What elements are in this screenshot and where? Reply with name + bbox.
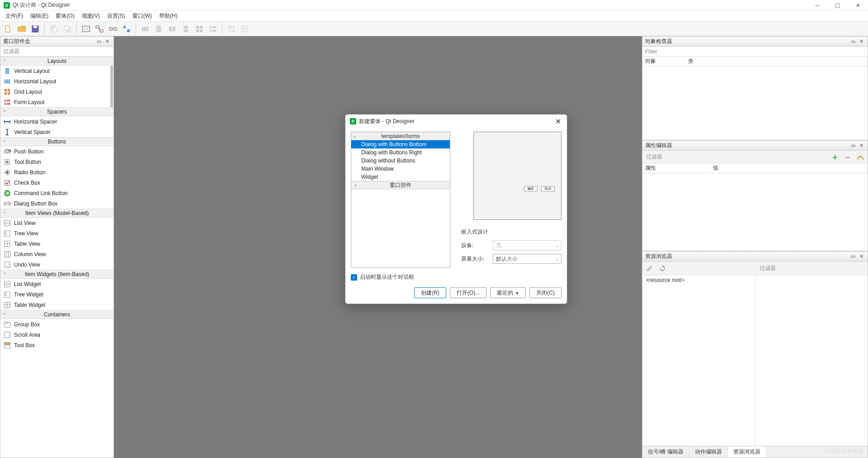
widget-item[interactable]: Tool Button: [0, 157, 113, 167]
layout-vertical-icon[interactable]: [152, 23, 165, 35]
menu-help[interactable]: 帮助(H): [156, 11, 181, 21]
widget-item[interactable]: Tree View: [0, 228, 113, 239]
create-button[interactable]: 创建(R): [414, 287, 446, 298]
widget-group-header[interactable]: Spacers: [0, 107, 113, 116]
layout-hsplit-icon[interactable]: [166, 23, 179, 35]
widget-item[interactable]: Scroll Area: [0, 329, 113, 340]
dialog-close-icon[interactable]: ✕: [553, 117, 562, 126]
widget-item[interactable]: Horizontal Spacer: [0, 116, 113, 127]
remove-dynamic-prop-icon[interactable]: －: [842, 152, 853, 162]
send-back-icon[interactable]: [47, 23, 60, 35]
save-icon[interactable]: [29, 23, 42, 35]
property-filter[interactable]: 过滤器: [644, 153, 828, 161]
dock-close-icon[interactable]: ✕: [858, 142, 865, 149]
template-item[interactable]: Dialog with Buttons Right: [351, 148, 450, 157]
widget-group-header[interactable]: Layouts: [0, 57, 113, 66]
template-item[interactable]: Dialog with Buttons Bottom: [351, 140, 450, 148]
menu-window[interactable]: 窗口(W): [129, 11, 156, 21]
col-class[interactable]: 类: [685, 57, 868, 66]
widget-item[interactable]: Column View: [0, 249, 113, 259]
object-inspector-filter[interactable]: Filter: [642, 47, 868, 57]
layout-vsplit-icon[interactable]: [179, 23, 192, 35]
dock-float-icon[interactable]: ▭: [95, 38, 103, 45]
layout-horizontal-icon[interactable]: [139, 23, 151, 35]
template-group-forms[interactable]: ⌵templates\forms: [351, 132, 450, 140]
edit-tab-order-icon[interactable]: 1: [120, 23, 133, 35]
widget-item[interactable]: Vertical Spacer: [0, 127, 113, 137]
edit-buddies-icon[interactable]: [107, 23, 119, 35]
object-tree[interactable]: [642, 67, 868, 140]
widget-item[interactable]: List Widget: [0, 279, 113, 289]
open-button[interactable]: 打开(O)...: [450, 287, 486, 298]
widget-item[interactable]: Undo View: [0, 259, 113, 270]
tab-signal-slot-editor[interactable]: 信号/槽 编辑器: [642, 446, 689, 458]
template-list[interactable]: ⌵templates\forms Dialog with Buttons Bot…: [351, 132, 450, 268]
minimize-button[interactable]: ─: [807, 0, 827, 11]
menu-settings[interactable]: 设置(S): [104, 11, 129, 21]
widget-item[interactable]: Radio Button: [0, 167, 113, 177]
widget-item[interactable]: Check Box: [0, 177, 113, 188]
widget-item[interactable]: Grid Layout: [0, 86, 113, 97]
menu-file[interactable]: 文件(F): [2, 11, 27, 21]
widget-item[interactable]: Group Box: [0, 319, 113, 329]
widget-group-header[interactable]: Item Views (Model-Based): [0, 209, 113, 218]
layout-form-icon[interactable]: [207, 23, 219, 35]
widget-item[interactable]: Vertical Layout: [0, 66, 113, 76]
widget-item[interactable]: Tool Box: [0, 340, 113, 350]
resource-filter[interactable]: 过滤器: [760, 264, 776, 272]
widget-box-tree[interactable]: LayoutsVertical LayoutHorizontal LayoutG…: [0, 57, 113, 458]
widget-item[interactable]: OKPush Button: [0, 146, 113, 157]
template-item[interactable]: Widget: [351, 173, 450, 181]
widget-group-header[interactable]: Item Widgets (Item-Based): [0, 270, 113, 279]
edit-resources-icon[interactable]: [644, 263, 655, 274]
layout-grid-icon[interactable]: [193, 23, 206, 35]
device-combo[interactable]: 无: [493, 240, 561, 250]
widget-item[interactable]: List View: [0, 218, 113, 228]
resource-tree[interactable]: <resource root>: [642, 275, 755, 446]
edit-signals-icon[interactable]: [93, 23, 106, 35]
dock-float-icon[interactable]: ▭: [849, 142, 857, 149]
new-form-icon[interactable]: [2, 23, 14, 35]
dock-close-icon[interactable]: ✕: [104, 38, 111, 45]
open-icon[interactable]: [15, 23, 28, 35]
menu-edit[interactable]: 编辑(E): [27, 11, 52, 21]
widget-group-header[interactable]: Containers: [0, 310, 113, 319]
bring-front-icon[interactable]: [61, 23, 74, 35]
recent-button[interactable]: 最近的▼: [490, 287, 526, 298]
menu-view[interactable]: 视图(V): [78, 11, 104, 21]
property-table[interactable]: [642, 173, 868, 251]
widget-group-header[interactable]: Buttons: [0, 137, 113, 146]
close-button[interactable]: ✕: [848, 0, 868, 11]
close-dialog-button[interactable]: 关闭(C): [529, 287, 561, 298]
widget-box-filter[interactable]: 过滤器: [0, 47, 113, 57]
config-icon[interactable]: [855, 152, 866, 162]
adjust-size-icon[interactable]: [239, 23, 251, 35]
widget-item[interactable]: Table Widget: [0, 300, 113, 310]
dock-float-icon[interactable]: ▭: [849, 38, 857, 45]
tab-resource-browser[interactable]: 资源浏览器: [728, 446, 766, 458]
widget-item[interactable]: Command Link Button: [0, 188, 113, 198]
template-item[interactable]: Main Window: [351, 165, 450, 173]
add-dynamic-prop-icon[interactable]: ＋: [830, 152, 840, 162]
template-item[interactable]: Dialog without Buttons: [351, 157, 450, 165]
widget-item[interactable]: Form Layout: [0, 97, 113, 107]
edit-widgets-icon[interactable]: [80, 23, 92, 35]
dock-float-icon[interactable]: ▭: [849, 253, 857, 260]
menu-form[interactable]: 窗体(O): [52, 11, 78, 21]
widget-item[interactable]: Tree Widget: [0, 289, 113, 300]
dock-close-icon[interactable]: ✕: [858, 253, 865, 260]
show-on-startup-checkbox[interactable]: ✓: [351, 274, 357, 281]
widget-item[interactable]: Table View: [0, 239, 113, 249]
col-value[interactable]: 值: [710, 163, 868, 173]
maximize-button[interactable]: ▢: [827, 0, 848, 11]
col-object[interactable]: 对象: [642, 57, 685, 66]
col-property[interactable]: 属性: [642, 163, 710, 173]
widget-item[interactable]: Dialog Button Box: [0, 198, 113, 209]
reload-icon[interactable]: [657, 263, 668, 274]
template-group-widgets[interactable]: ⌵窗口部件: [351, 181, 450, 189]
screen-size-combo[interactable]: 默认大小: [493, 254, 561, 264]
dock-close-icon[interactable]: ✕: [858, 38, 865, 45]
tab-action-editor[interactable]: 动作编辑器: [689, 446, 728, 458]
resource-view[interactable]: [755, 275, 868, 446]
widget-item[interactable]: Horizontal Layout: [0, 76, 113, 86]
